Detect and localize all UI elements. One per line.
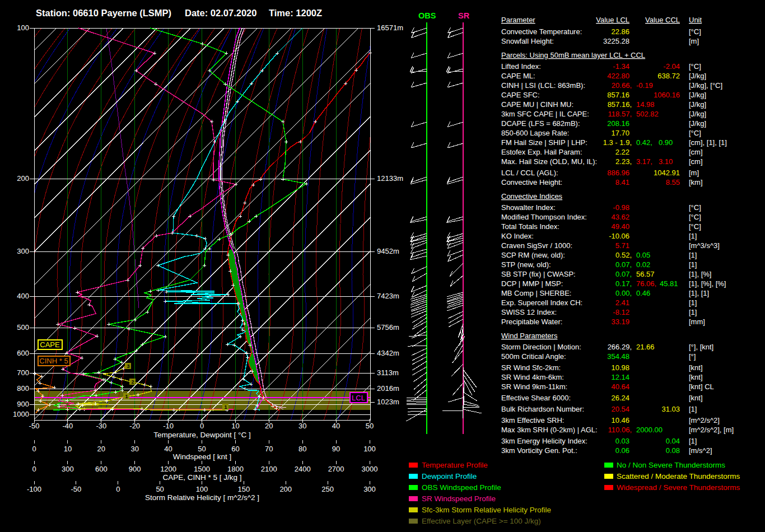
svg-text:-10: -10 xyxy=(163,422,174,430)
svg-text:1060.16: 1060.16 xyxy=(654,91,680,99)
svg-text:LCL / CCL (AGL):: LCL / CCL (AGL): xyxy=(501,169,558,177)
svg-text:SR Windspeed Profile: SR Windspeed Profile xyxy=(422,494,496,503)
svg-text:56.57: 56.57 xyxy=(636,270,655,278)
svg-text:MB Comp | SHERBE:: MB Comp | SHERBE: xyxy=(501,289,571,297)
svg-text:0.05: 0.05 xyxy=(636,251,650,259)
svg-text:Modified Thompson Index:: Modified Thompson Index: xyxy=(501,213,587,221)
svg-text:[1], [%], [%]: [1], [%], [%] xyxy=(689,279,726,288)
svg-text:2016m: 2016m xyxy=(377,384,399,393)
svg-text:40: 40 xyxy=(164,445,172,453)
svg-text:3.17,: 3.17, xyxy=(636,157,652,166)
svg-text:STP (new, old):: STP (new, old): xyxy=(501,260,551,269)
svg-text:CAPE MU | CINH MU:: CAPE MU | CINH MU: xyxy=(501,100,573,109)
svg-text:5756m: 5756m xyxy=(377,323,399,332)
svg-text:0.17,: 0.17, xyxy=(615,279,632,288)
svg-text:[cm], [1], [1]: [cm], [1], [1] xyxy=(689,138,727,147)
svg-text:21.66: 21.66 xyxy=(636,343,655,351)
svg-text:2700: 2700 xyxy=(328,465,344,473)
svg-text:[J/kg]: [J/kg] xyxy=(689,110,706,118)
svg-text:14.98: 14.98 xyxy=(636,100,655,109)
svg-text:0.02: 0.02 xyxy=(636,260,650,269)
svg-text:Bulk Richardson Number:: Bulk Richardson Number: xyxy=(501,405,584,413)
svg-text:1042.91: 1042.91 xyxy=(654,169,680,177)
svg-text:150: 150 xyxy=(238,485,250,493)
svg-text:[cm]: [cm] xyxy=(689,148,703,156)
svg-text:[°C]: [°C] xyxy=(689,213,701,221)
svg-text:Craven SigSvr / 1000:: Craven SigSvr / 1000: xyxy=(501,241,572,250)
svg-text:7423m: 7423m xyxy=(377,292,399,300)
svg-text:0.52,: 0.52, xyxy=(615,251,632,259)
svg-text:Storm Direction | Motion:: Storm Direction | Motion: xyxy=(501,343,581,351)
svg-text:Temperature, Dewpoint [ °C ]: Temperature, Dewpoint [ °C ] xyxy=(153,431,250,439)
svg-text:20: 20 xyxy=(265,422,273,430)
svg-text:3: 3 xyxy=(127,363,129,369)
svg-text:100: 100 xyxy=(17,24,29,32)
svg-text:1200: 1200 xyxy=(160,465,176,473)
svg-text:500m Critical Angle:: 500m Critical Angle: xyxy=(501,352,566,361)
svg-text:-20: -20 xyxy=(129,422,140,430)
svg-text:[1], [1]: [1], [1] xyxy=(689,289,709,297)
svg-text:OBS: OBS xyxy=(418,11,436,20)
svg-text:110.06,: 110.06, xyxy=(608,426,632,434)
svg-text:76.06,: 76.06, xyxy=(636,279,656,288)
svg-text:SR Wind 9km-11km:: SR Wind 9km-11km: xyxy=(501,382,567,391)
svg-text:[m^3/s^3]: [m^3/s^3] xyxy=(689,241,720,250)
svg-text:0.00,: 0.00, xyxy=(615,289,632,297)
svg-text:-0.98: -0.98 xyxy=(613,203,629,212)
svg-text:5.71: 5.71 xyxy=(615,241,629,250)
svg-text:Date: 02.07.2020: Date: 02.07.2020 xyxy=(185,8,256,18)
svg-text:Value CCL: Value CCL xyxy=(645,16,680,24)
svg-text:200: 200 xyxy=(17,174,29,183)
svg-text:0.03: 0.03 xyxy=(615,437,629,445)
svg-text:Convective Height:: Convective Height: xyxy=(501,178,562,186)
svg-text:OBS Windspeed Profile: OBS Windspeed Profile xyxy=(422,483,501,492)
svg-text:No / Non Severe Thunderstorms: No / Non Severe Thunderstorms xyxy=(617,461,725,469)
svg-text:31.03: 31.03 xyxy=(661,405,680,413)
svg-text:20.54: 20.54 xyxy=(611,405,629,413)
svg-text:CAPE, CINH * 5 [ J/kg ]: CAPE, CINH * 5 [ J/kg ] xyxy=(162,473,241,482)
svg-text:50: 50 xyxy=(198,445,206,453)
svg-text:[m^2/s^2]: [m^2/s^2] xyxy=(689,416,720,424)
svg-text:[knt]: [knt] xyxy=(689,363,703,372)
svg-text:1: 1 xyxy=(125,394,128,399)
svg-text:17.70: 17.70 xyxy=(611,129,629,137)
svg-text:[J/kg]: [J/kg] xyxy=(689,100,706,109)
svg-text:Parameter: Parameter xyxy=(501,16,535,24)
svg-text:[1]: [1] xyxy=(689,405,697,413)
svg-text:[J/kg]: [J/kg] xyxy=(689,72,706,80)
svg-text:43.62: 43.62 xyxy=(611,213,629,221)
svg-text:9452m: 9452m xyxy=(377,247,399,255)
svg-text:CINH * 5: CINH * 5 xyxy=(39,357,68,365)
svg-text:Unit: Unit xyxy=(689,16,702,24)
svg-text:[m^2/s^2], [m]: [m^2/s^2], [m] xyxy=(689,426,734,434)
svg-text:90: 90 xyxy=(332,445,340,453)
svg-text:[°C]: [°C] xyxy=(689,203,701,212)
svg-text:0.06: 0.06 xyxy=(615,446,629,455)
svg-text:Total Totals Index:: Total Totals Index: xyxy=(501,222,559,231)
svg-text:Convective Temperature:: Convective Temperature: xyxy=(501,27,582,36)
svg-text:100: 100 xyxy=(363,445,376,453)
svg-text:3km Energy Helicity Index:: 3km Energy Helicity Index: xyxy=(501,437,587,445)
svg-text:DCAPE (LFS = 682mB):: DCAPE (LFS = 682mB): xyxy=(501,119,580,128)
svg-text:2000.00: 2000.00 xyxy=(636,426,663,434)
svg-text:0.04: 0.04 xyxy=(666,437,680,445)
svg-text:[1], [%]: [1], [%] xyxy=(689,270,711,278)
svg-text:Showalter Index:: Showalter Index: xyxy=(501,203,556,212)
svg-text:[1]: [1] xyxy=(689,251,697,259)
svg-text:400: 400 xyxy=(17,292,29,300)
svg-text:-2.04: -2.04 xyxy=(663,62,680,71)
svg-text:CAPE ML:: CAPE ML: xyxy=(501,72,535,80)
svg-text:1.3 - 1.9,: 1.3 - 1.9, xyxy=(603,138,632,147)
svg-text:SR Wind 4km-6km:: SR Wind 4km-6km: xyxy=(501,373,564,381)
svg-text:10: 10 xyxy=(231,422,239,430)
svg-text:[1]: [1] xyxy=(689,298,697,307)
svg-text:[knt]: [knt] xyxy=(689,373,703,381)
svg-text:8.55: 8.55 xyxy=(666,178,680,186)
svg-text:502.82: 502.82 xyxy=(636,110,659,118)
svg-text:3113m: 3113m xyxy=(377,368,399,377)
svg-text:Parcels: Using 50mB mean layer: Parcels: Using 50mB mean layer LCL + CCL xyxy=(501,51,645,59)
svg-text:Widespread / Severe Thundersto: Widespread / Severe Thunderstorms xyxy=(617,483,740,492)
svg-text:700: 700 xyxy=(17,368,29,377)
svg-text:0: 0 xyxy=(116,485,120,493)
svg-text:3.10: 3.10 xyxy=(659,157,673,166)
